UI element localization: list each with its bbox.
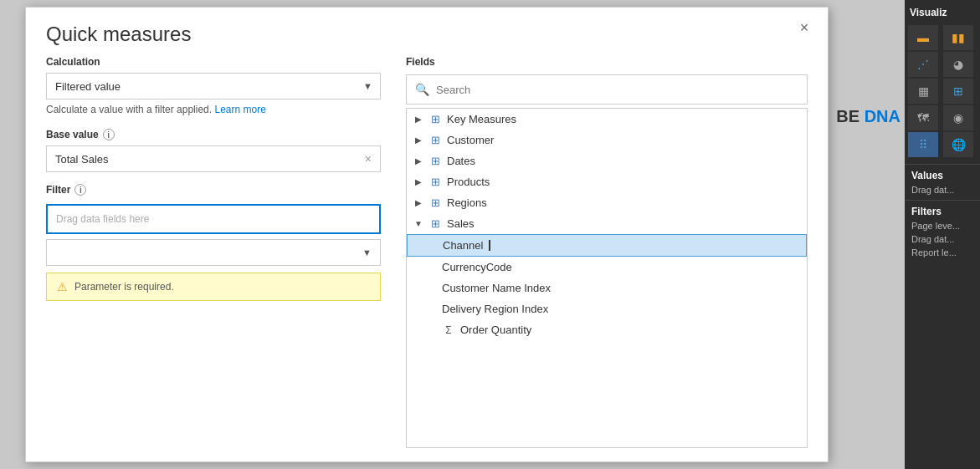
filter-dropdown[interactable]	[47, 240, 380, 265]
report-level-text: Report le...	[905, 246, 980, 259]
tree-label-currency-code: CurrencyCode	[442, 261, 512, 273]
sigma-icon-order-quantity: Σ	[442, 324, 455, 336]
cursor-channel	[489, 240, 490, 251]
tree-item-products[interactable]: ▶ ⊞ Products	[407, 171, 807, 192]
tree-label-customer-name-index: Customer Name Index	[442, 282, 551, 294]
panel-icon-3[interactable]: ⋰	[908, 52, 938, 77]
tree-label-key-measures: Key Measures	[447, 113, 516, 125]
calculation-label: Calculation	[46, 56, 381, 68]
tree-item-regions[interactable]: ▶ ⊞ Regions	[407, 192, 807, 213]
learn-more-link[interactable]: Learn more	[214, 104, 265, 115]
chevron-dates: ▶	[413, 156, 423, 166]
panel-icon-8[interactable]: ◉	[943, 105, 973, 130]
drag-placeholder: Drag data fields here	[56, 213, 149, 225]
tree-item-customer[interactable]: ▶ ⊞ Customer	[407, 130, 807, 150]
page-level-text: Page leve...	[905, 219, 980, 232]
filter-drag-field[interactable]: Drag data fields here	[46, 204, 381, 234]
tree-label-order-quantity: Order Quantity	[460, 324, 531, 336]
tree-item-key-measures[interactable]: ▶ ⊞ Key Measures	[407, 109, 807, 130]
tree-label-sales: Sales	[447, 217, 475, 230]
tree-item-channel[interactable]: Channel	[407, 234, 807, 257]
tree-label-regions: Regions	[447, 196, 487, 209]
table-icon-regions: ⊞	[428, 196, 442, 209]
tree-label-delivery-region-index: Delivery Region Index	[442, 303, 548, 315]
dialog-body: Calculation Filtered value ▼ Calculate a…	[26, 56, 828, 461]
dialog-title: Quick measures	[46, 23, 808, 46]
tree-label-products: Products	[447, 176, 490, 188]
filter-info-icon[interactable]: i	[74, 184, 86, 196]
calculation-dropdown-wrapper[interactable]: Filtered value ▼	[46, 73, 381, 99]
left-column: Calculation Filtered value ▼ Calculate a…	[46, 56, 381, 448]
tree-item-order-quantity[interactable]: Σ Order Quantity	[407, 319, 807, 340]
fields-label: Fields	[406, 56, 808, 68]
drag-data-text: Drag dat...	[905, 232, 980, 246]
panel-icon-9[interactable]: ⠿	[908, 132, 938, 157]
table-icon-key-measures: ⊞	[428, 113, 442, 125]
dialog-title-bar: Quick measures ×	[26, 8, 828, 56]
search-icon: 🔍	[415, 83, 429, 96]
chevron-key-measures: ▶	[413, 115, 423, 124]
base-value-text: Total Sales	[55, 153, 109, 166]
chevron-customer: ▶	[413, 135, 423, 145]
panel-icon-1[interactable]: ▬	[908, 25, 938, 50]
be-text: BE	[836, 107, 864, 125]
table-icon-sales: ⊞	[428, 217, 442, 230]
tree-item-dates[interactable]: ▶ ⊞ Dates	[407, 150, 807, 171]
tree-item-sales[interactable]: ▼ ⊞ Sales	[407, 213, 807, 234]
dna-brand: BE DNA	[836, 107, 900, 126]
tree-item-delivery-region-index[interactable]: Delivery Region Index	[407, 298, 807, 319]
table-icon-products: ⊞	[428, 176, 442, 188]
panel-icon-2[interactable]: ▮▮	[943, 25, 973, 50]
panel-icon-grid: ▬ ▮▮ ⋰ ◕ ▦ ⊞ 🗺 ◉ ⠿ 🌐	[905, 22, 980, 161]
filter-section: Filter i	[46, 184, 381, 196]
filters-section-label: Filters	[905, 200, 980, 219]
warning-icon: ⚠	[57, 280, 68, 293]
calculation-dropdown[interactable]: Filtered value	[46, 73, 381, 99]
tree-item-customer-name-index[interactable]: Customer Name Index	[407, 278, 807, 298]
panel-icon-4[interactable]: ◕	[943, 52, 973, 77]
warning-box: ⚠ Parameter is required.	[46, 273, 381, 301]
table-icon-customer: ⊞	[428, 134, 442, 146]
right-column: Fields 🔍 ▶ ⊞ Key Measures ▶ ⊞ Customer	[406, 56, 808, 448]
table-icon-dates: ⊞	[428, 155, 442, 167]
panel-icon-5[interactable]: ▦	[908, 79, 938, 104]
quick-measures-dialog: Quick measures × Calculation Filtered va…	[25, 7, 829, 462]
close-button[interactable]: ×	[794, 18, 814, 38]
right-panel: Visualiz ▬ ▮▮ ⋰ ◕ ▦ ⊞ 🗺 ◉ ⠿ 🌐 Values Dra…	[905, 0, 980, 469]
base-value-field[interactable]: Total Sales ×	[46, 145, 381, 172]
values-drag-text: Drag dat...	[905, 183, 980, 196]
right-panel-header: Visualiz	[905, 0, 980, 22]
search-box[interactable]: 🔍	[406, 74, 808, 105]
tree-label-customer: Customer	[447, 134, 494, 146]
tree-label-dates: Dates	[447, 155, 475, 167]
panel-icon-7[interactable]: 🗺	[908, 105, 938, 130]
values-section-label: Values	[905, 164, 980, 183]
chevron-regions: ▶	[413, 198, 423, 207]
base-value-clear-icon[interactable]: ×	[365, 152, 372, 166]
filter-dropdown-wrapper[interactable]: ▼	[46, 239, 381, 266]
base-value-info-icon[interactable]: i	[103, 129, 115, 140]
search-input[interactable]	[436, 84, 798, 96]
tree-label-channel: Channel	[443, 239, 483, 252]
tree-item-currency-code[interactable]: CurrencyCode	[407, 257, 807, 278]
panel-icon-6[interactable]: ⊞	[943, 79, 973, 104]
base-value-section: Base value i	[46, 129, 381, 140]
calc-note: Calculate a value with a filter applied.…	[46, 104, 381, 115]
chevron-sales: ▼	[413, 219, 423, 228]
fields-tree[interactable]: ▶ ⊞ Key Measures ▶ ⊞ Customer ▶ ⊞ Dates	[406, 108, 808, 448]
panel-icon-10[interactable]: 🌐	[943, 132, 973, 157]
warning-message: Parameter is required.	[74, 281, 174, 293]
chevron-products: ▶	[413, 177, 423, 186]
